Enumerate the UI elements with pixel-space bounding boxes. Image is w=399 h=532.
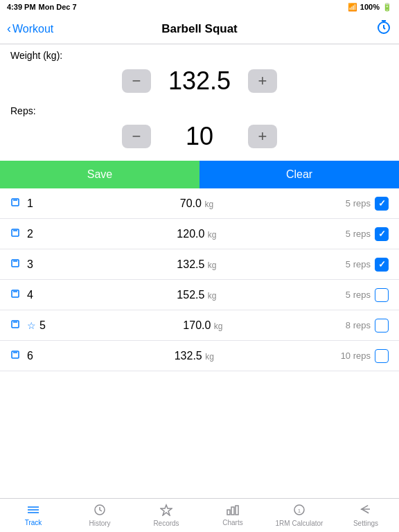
time-label: 4:39 PM xyxy=(7,3,36,11)
star-icon: ☆ xyxy=(27,320,38,331)
settings-tab-label: Settings xyxy=(353,520,378,527)
back-button[interactable]: ‹ Workout xyxy=(7,22,53,36)
svg-rect-20 xyxy=(236,506,238,515)
row-checkbox[interactable] xyxy=(375,197,389,211)
row-weight: 120.0 kg xyxy=(48,228,346,240)
status-time: 4:39 PM Mon Dec 7 xyxy=(7,3,77,11)
charts-tab-label: Charts xyxy=(222,519,242,526)
clear-button[interactable]: Clear xyxy=(200,161,399,188)
table-row: 170.0 kg5 reps xyxy=(0,188,399,219)
sets-table: 170.0 kg5 reps2120.0 kg5 reps3132.5 kg5 … xyxy=(0,188,399,498)
tab-history[interactable]: History xyxy=(66,499,133,532)
row-number: 4 xyxy=(27,289,41,301)
svg-rect-19 xyxy=(231,507,234,515)
row-checkbox[interactable] xyxy=(375,288,389,302)
row-weight: 170.0 kg xyxy=(60,319,346,332)
date-label: Mon Dec 7 xyxy=(39,3,77,11)
row-checkbox[interactable] xyxy=(375,227,389,241)
weight-label: Weight (kg): xyxy=(0,44,399,62)
history-tab-label: History xyxy=(89,520,110,527)
reps-value: 10 xyxy=(165,122,234,151)
charts-tab-icon xyxy=(226,504,240,517)
records-tab-icon xyxy=(160,504,172,518)
records-tab-label: Records xyxy=(153,520,179,527)
save-button[interactable]: Save xyxy=(0,161,200,188)
row-weight: 132.5 kg xyxy=(48,258,346,271)
table-row: 3132.5 kg5 reps xyxy=(0,249,399,280)
edit-icon[interactable] xyxy=(10,350,21,362)
edit-icon[interactable] xyxy=(10,228,21,240)
row-reps-text: 10 reps xyxy=(341,351,371,361)
row-weight: 70.0 kg xyxy=(48,197,346,210)
row-number: 1 xyxy=(27,197,41,210)
tab-1rm[interactable]: 1 1RM Calculator xyxy=(266,499,332,532)
row-reps-area: 5 reps xyxy=(346,227,389,241)
tab-settings[interactable]: Settings xyxy=(332,499,399,532)
tab-bar: Track History Records Charts 1 1RM Calcu… xyxy=(0,498,399,532)
row-reps-text: 5 reps xyxy=(346,198,371,209)
table-row: 2120.0 kg5 reps xyxy=(0,219,399,249)
battery-icon: 🔋 xyxy=(382,3,392,12)
status-right: 📶 100% 🔋 xyxy=(348,3,392,12)
row-number: 5 xyxy=(39,319,53,332)
timer-button[interactable] xyxy=(375,19,392,39)
settings-tab-icon xyxy=(360,504,372,518)
reps-increment-button[interactable]: + xyxy=(248,125,277,148)
row-checkbox[interactable] xyxy=(375,319,389,332)
wifi-icon: 📶 xyxy=(348,3,357,12)
1rm-tab-label: 1RM Calculator xyxy=(276,520,323,527)
row-checkbox[interactable] xyxy=(375,349,389,363)
weight-increment-button[interactable]: + xyxy=(248,69,277,93)
edit-icon[interactable] xyxy=(10,258,21,270)
table-row: 6132.5 kg10 reps xyxy=(0,341,399,371)
tab-charts[interactable]: Charts xyxy=(200,499,266,532)
1rm-tab-icon: 1 xyxy=(293,504,305,518)
row-reps-area: 5 reps xyxy=(346,197,389,211)
main-content: Weight (kg): − 132.5 + Reps: − 10 + Save… xyxy=(0,44,399,498)
weight-stepper: − 132.5 + xyxy=(0,62,399,100)
back-label: Workout xyxy=(12,23,53,35)
edit-icon[interactable] xyxy=(10,319,21,331)
nav-title: Barbell Squat xyxy=(161,22,238,36)
row-reps-area: 5 reps xyxy=(346,258,389,272)
row-reps-text: 5 reps xyxy=(346,229,371,239)
weight-value: 132.5 xyxy=(165,66,234,96)
battery-label: 100% xyxy=(360,3,380,11)
reps-stepper: − 10 + xyxy=(0,118,399,155)
track-tab-label: Track xyxy=(25,519,42,526)
edit-icon[interactable] xyxy=(10,289,21,301)
row-reps-text: 5 reps xyxy=(346,259,371,269)
row-number: 3 xyxy=(27,258,41,271)
row-checkbox[interactable] xyxy=(375,258,389,272)
row-reps-area: 8 reps xyxy=(346,319,389,332)
nav-bar: ‹ Workout Barbell Squat xyxy=(0,14,399,44)
history-tab-icon xyxy=(94,504,106,518)
reps-label: Reps: xyxy=(0,100,399,118)
table-row: 4152.5 kg5 reps xyxy=(0,280,399,310)
edit-icon[interactable] xyxy=(10,197,21,209)
reps-decrement-button[interactable]: − xyxy=(122,125,151,148)
row-reps-text: 5 reps xyxy=(346,290,371,300)
weight-decrement-button[interactable]: − xyxy=(122,69,151,93)
row-weight: 152.5 kg xyxy=(48,289,346,301)
svg-rect-18 xyxy=(227,510,230,515)
row-reps-area: 10 reps xyxy=(341,349,389,363)
tab-records[interactable]: Records xyxy=(133,499,200,532)
svg-marker-17 xyxy=(161,505,172,515)
row-reps-text: 8 reps xyxy=(346,320,371,330)
row-number: 6 xyxy=(27,350,41,362)
svg-text:1: 1 xyxy=(298,508,301,514)
track-tab-icon xyxy=(26,504,40,517)
row-weight: 132.5 kg xyxy=(48,350,341,362)
row-number: 2 xyxy=(27,228,41,240)
table-row: ☆5170.0 kg8 reps xyxy=(0,310,399,341)
row-reps-area: 5 reps xyxy=(346,288,389,302)
action-buttons: Save Clear xyxy=(0,161,399,188)
back-arrow-icon: ‹ xyxy=(7,21,11,36)
tab-track[interactable]: Track xyxy=(0,499,66,532)
status-bar: 4:39 PM Mon Dec 7 📶 100% 🔋 xyxy=(0,0,399,14)
